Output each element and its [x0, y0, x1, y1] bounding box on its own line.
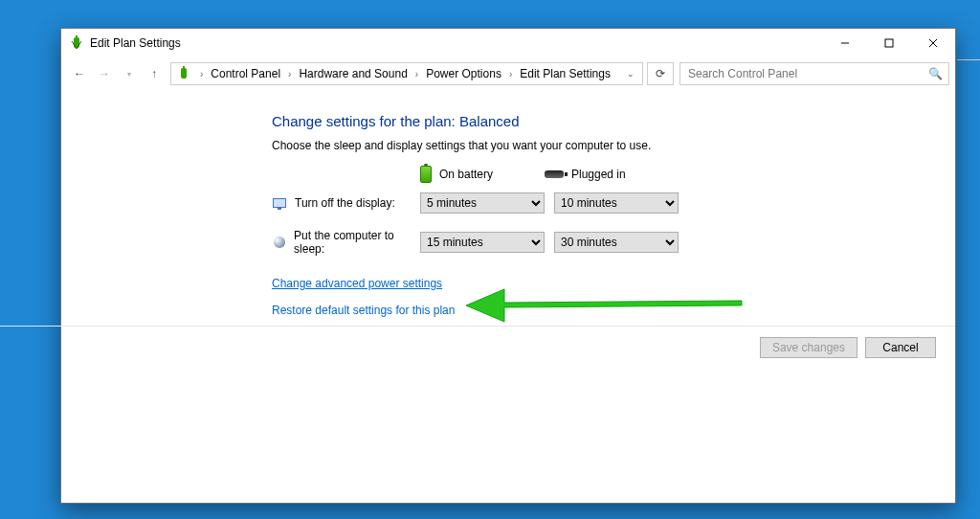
search-input[interactable] [686, 66, 928, 81]
app-icon [69, 35, 84, 51]
action-buttons: Save changes Cancel [760, 337, 936, 358]
column-on-battery: On battery [420, 166, 545, 183]
page-heading: Change settings for the plan: Balanced [272, 113, 955, 129]
sleep-label: Put the computer to sleep: [294, 229, 420, 256]
back-button[interactable]: ← [69, 63, 90, 84]
search-box[interactable]: 🔍 [679, 62, 949, 85]
up-button[interactable]: ↑ [144, 63, 165, 84]
advanced-power-settings-link[interactable]: Change advanced power settings [272, 277, 442, 290]
row-turn-off-display: Turn off the display: 5 minutes 10 minut… [272, 192, 955, 214]
minimize-button[interactable] [823, 29, 867, 57]
cancel-button[interactable]: Cancel [865, 337, 936, 358]
titlebar: Edit Plan Settings [61, 29, 955, 57]
monitor-icon [272, 195, 287, 211]
forward-button[interactable]: → [94, 63, 115, 84]
address-history-dropdown[interactable]: ⌄ [623, 69, 638, 79]
row-label: Turn off the display: [272, 195, 420, 211]
nav-bar: ← → ▾ ↑ › Control Panel › Hardware and S… [61, 57, 955, 90]
window: Edit Plan Settings ← → ▾ ↑ › Control Pan… [60, 28, 956, 504]
separator [0, 326, 955, 327]
row-sleep: Put the computer to sleep: 15 minutes 30… [272, 229, 955, 256]
svg-rect-1 [76, 35, 78, 37]
battery-icon [420, 166, 432, 183]
on-battery-label: On battery [439, 168, 493, 181]
address-icon [175, 66, 192, 81]
close-button[interactable] [911, 29, 955, 57]
row-label: Put the computer to sleep: [272, 229, 420, 256]
stray-border [957, 59, 980, 60]
restore-defaults-link[interactable]: Restore default settings for this plan [272, 304, 455, 317]
svg-rect-3 [885, 39, 893, 47]
crumb-power-options[interactable]: Power Options [424, 65, 503, 82]
column-plugged-in: Plugged in [545, 168, 669, 181]
crumb-hardware-sound[interactable]: Hardware and Sound [297, 65, 409, 82]
window-controls [823, 29, 955, 57]
column-headers: On battery Plugged in [272, 166, 955, 183]
content-area: Change settings for the plan: Balanced C… [61, 90, 955, 325]
display-label: Turn off the display: [295, 196, 395, 210]
window-title: Edit Plan Settings [90, 36, 181, 50]
display-plugged-select[interactable]: 10 minutes [554, 192, 679, 214]
display-battery-select[interactable]: 5 minutes [420, 192, 545, 214]
svg-rect-7 [183, 66, 185, 68]
sleep-plugged-select[interactable]: 30 minutes [554, 232, 679, 253]
chevron-right-icon[interactable]: › [200, 69, 203, 79]
refresh-button[interactable]: ⟳ [647, 62, 674, 85]
sleep-battery-select[interactable]: 15 minutes [420, 232, 545, 253]
recent-dropdown[interactable]: ▾ [119, 63, 140, 84]
page-description: Choose the sleep and display settings th… [272, 139, 955, 152]
crumb-edit-plan[interactable]: Edit Plan Settings [518, 65, 612, 82]
address-bar[interactable]: › Control Panel › Hardware and Sound › P… [170, 62, 643, 85]
svg-rect-6 [181, 68, 187, 79]
crumb-control-panel[interactable]: Control Panel [209, 65, 282, 82]
save-button[interactable]: Save changes [760, 337, 858, 358]
plugged-in-label: Plugged in [571, 168, 626, 181]
chevron-right-icon[interactable]: › [415, 69, 418, 79]
plug-icon [545, 170, 564, 178]
maximize-button[interactable] [867, 29, 911, 57]
search-icon[interactable]: 🔍 [928, 67, 943, 80]
chevron-right-icon[interactable]: › [288, 69, 291, 79]
moon-icon [272, 235, 286, 250]
chevron-right-icon[interactable]: › [509, 69, 512, 79]
